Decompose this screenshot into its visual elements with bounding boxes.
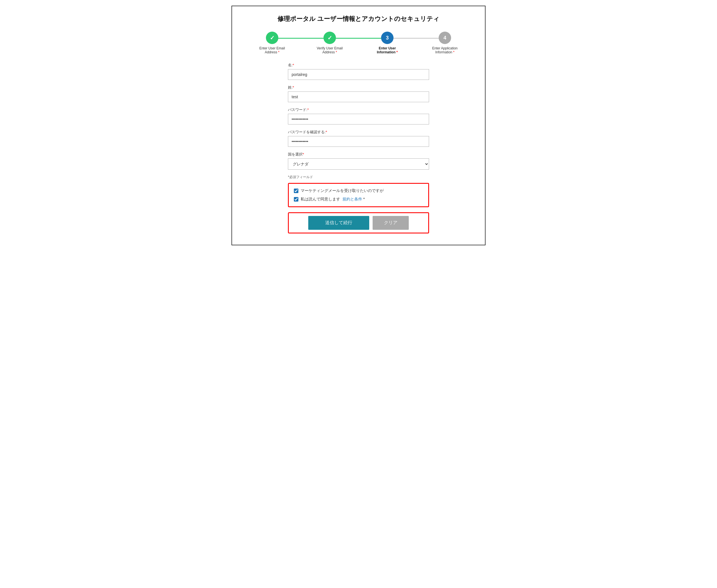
confirm-password-label: パスワードを確認する:* <box>288 130 429 135</box>
step-1-label: Enter User Email Address * <box>255 46 289 54</box>
page-container: 修理ポータル ユーザー情報とアカウントのセキュリティ Enter User Em… <box>231 6 486 245</box>
password-label: パスワード:* <box>288 107 429 112</box>
country-select[interactable]: グレナダ 日本 アメリカ その他 <box>288 159 429 170</box>
checkbox-section: マーケティングメールを受け取りたいのですが 私は読んで同意します 規約と条件 * <box>288 183 429 207</box>
confirm-password-input[interactable] <box>288 136 429 147</box>
first-name-label: 名:* <box>288 63 429 68</box>
country-label: 国を選択* <box>288 152 429 157</box>
password-input[interactable] <box>288 114 429 125</box>
confirm-password-group: パスワードを確認する:* <box>288 130 429 147</box>
step-3-wrapper: 3 Enter User Information * <box>358 31 416 54</box>
step-4-wrapper: 4 Enter Application Information * <box>416 31 474 54</box>
marketing-checkbox[interactable] <box>294 189 298 193</box>
marketing-checkbox-row: マーケティングメールを受け取りたいのですが <box>294 188 423 193</box>
step-1-wrapper: Enter User Email Address * <box>243 31 301 54</box>
step-2-label: Verify User Email Address * <box>313 46 346 54</box>
last-name-input[interactable] <box>288 91 429 102</box>
submit-button[interactable]: 送信して続行 <box>308 216 369 230</box>
terms-link[interactable]: 規約と条件 <box>342 197 362 201</box>
page-title: 修理ポータル ユーザー情報とアカウントのセキュリティ <box>243 15 474 23</box>
stepper: Enter User Email Address * Verify User E… <box>243 31 474 54</box>
first-name-group: 名:* <box>288 63 429 80</box>
step-2-wrapper: Verify User Email Address * <box>301 31 358 54</box>
step-1-checkmark <box>270 35 275 41</box>
step-1-circle <box>266 31 278 44</box>
step-2-circle <box>323 31 336 44</box>
terms-checkbox[interactable] <box>294 197 298 202</box>
country-group: 国を選択* グレナダ 日本 アメリカ その他 <box>288 152 429 170</box>
terms-checkbox-row: 私は読んで同意します 規約と条件 * <box>294 197 423 202</box>
first-name-input[interactable] <box>288 69 429 80</box>
step-4-circle: 4 <box>439 31 451 44</box>
required-note: *必須フィールド <box>288 175 429 180</box>
clear-button[interactable]: クリア <box>373 216 409 230</box>
form-container: 名:* 姓:* パスワード:* パスワードを確認する:* <box>288 63 429 233</box>
step-3-circle: 3 <box>381 31 394 44</box>
step-4-label: Enter Application Information * <box>428 46 462 54</box>
last-name-group: 姓:* <box>288 85 429 102</box>
last-name-label: 姓:* <box>288 85 429 90</box>
button-row: 送信して続行 クリア <box>288 212 429 233</box>
marketing-checkbox-label: マーケティングメールを受け取りたいのですが <box>301 188 384 193</box>
step-3-label: Enter User Information * <box>371 46 404 54</box>
terms-checkbox-label: 私は読んで同意します 規約と条件 * <box>301 197 365 202</box>
step-2-checkmark <box>328 35 332 41</box>
password-group: パスワード:* <box>288 107 429 125</box>
